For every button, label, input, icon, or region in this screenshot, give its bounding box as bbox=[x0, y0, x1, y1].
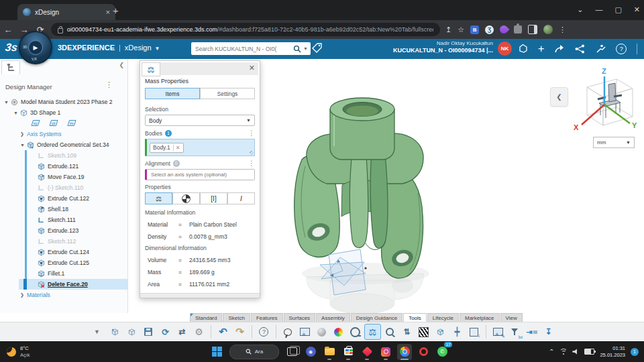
window-maximize-button[interactable]: ▢ bbox=[614, 5, 621, 14]
3ds-extension-icon[interactable]: Ʒ bbox=[485, 25, 494, 34]
mass-properties-scale-icon[interactable]: ⚖ bbox=[142, 62, 160, 76]
search-chevron-down-icon[interactable]: ▼ bbox=[303, 46, 308, 51]
dialog-drag-handle[interactable] bbox=[160, 62, 258, 75]
taskbar-app-chrome[interactable] bbox=[397, 344, 412, 360]
plane-zx-icon[interactable]: zx bbox=[67, 119, 76, 128]
save-icon[interactable] bbox=[141, 324, 156, 339]
box-resize-handle[interactable] bbox=[250, 151, 254, 155]
3ds-logo[interactable]: 3s bbox=[5, 42, 18, 54]
wifi-icon[interactable] bbox=[559, 349, 567, 355]
draft-analysis-icon[interactable]: ⇅ bbox=[399, 324, 415, 339]
tree-item[interactable]: Sketch.112 bbox=[0, 236, 127, 247]
tree-item[interactable]: ❯Materials bbox=[0, 290, 127, 300]
ribbon-tab-assembly[interactable]: Assembly bbox=[316, 313, 350, 322]
tab-close-icon[interactable]: × bbox=[106, 8, 110, 16]
taskbar-app-file-explorer[interactable] bbox=[322, 344, 337, 360]
tree-item[interactable]: ▼Ordered Geometrical Set.34 bbox=[0, 139, 127, 150]
tab-items[interactable]: Items bbox=[145, 88, 200, 99]
bodies-menu-kebab-icon[interactable]: ⋮ bbox=[248, 129, 255, 137]
ribbon-tab-features[interactable]: Features bbox=[251, 313, 283, 322]
taskbar-app-microsoft-store[interactable] bbox=[341, 344, 356, 360]
refresh-icon[interactable]: ⟳ bbox=[158, 324, 173, 339]
toggle-centroid-icon[interactable] bbox=[172, 192, 200, 204]
add-content-icon[interactable]: + bbox=[538, 43, 544, 55]
undo-icon[interactable]: ↶ bbox=[215, 324, 231, 339]
tree-expand-arrow-icon[interactable]: ▼ bbox=[4, 100, 11, 105]
battery-icon[interactable] bbox=[584, 349, 594, 355]
taskbar-app-opera[interactable] bbox=[416, 344, 431, 360]
ribbon-tab-view[interactable]: View bbox=[500, 313, 523, 322]
alignment-input-wrap[interactable] bbox=[145, 169, 255, 180]
selection-dropdown[interactable]: Body ▼ bbox=[145, 115, 255, 126]
browser-profile-avatar[interactable] bbox=[543, 25, 553, 34]
back-button[interactable]: ← bbox=[0, 25, 16, 35]
notifications-icon[interactable] bbox=[518, 44, 528, 54]
tree-plane-icons-row[interactable]: xyyzzx bbox=[0, 118, 127, 129]
tree-item[interactable]: Sketch.111 bbox=[0, 215, 127, 225]
tree-item[interactable]: Move Face.19 bbox=[0, 172, 127, 182]
taskbar-app-instagram[interactable] bbox=[378, 344, 393, 360]
tree-item[interactable]: (-) Sketch.110 bbox=[0, 182, 127, 193]
redo-icon[interactable]: ↷ bbox=[232, 324, 248, 339]
tree-panel-tab[interactable] bbox=[1, 60, 20, 74]
taskbar-app-whatsapp[interactable]: ✆17 bbox=[435, 344, 449, 360]
wall-thickness-icon[interactable]: ┿ bbox=[449, 324, 465, 339]
measure-icon[interactable] bbox=[347, 324, 363, 339]
alignment-menu-kebab-icon[interactable]: ⋮ bbox=[248, 160, 255, 167]
tab-settings[interactable]: Settings bbox=[200, 88, 255, 99]
open-part-icon[interactable] bbox=[124, 324, 140, 339]
tree-item[interactable]: ❯Axis Systems bbox=[0, 129, 127, 139]
material-sphere-icon[interactable] bbox=[314, 324, 329, 339]
app-name[interactable]: xDesign bbox=[125, 44, 152, 52]
export-icon[interactable]: ↧ bbox=[541, 324, 556, 339]
tree-item[interactable]: Extrude Cut.124 bbox=[0, 247, 127, 257]
bodies-list-box[interactable]: Body.1✕ bbox=[145, 139, 255, 156]
convert-icon[interactable] bbox=[433, 324, 448, 339]
window-close-button[interactable]: ✕ bbox=[634, 5, 640, 14]
ribbon-tab-standard[interactable]: Standard bbox=[190, 313, 222, 322]
volume-icon[interactable] bbox=[572, 349, 579, 355]
new-tab-button[interactable]: + bbox=[113, 5, 119, 15]
tree-item[interactable]: Extrude Cut.125 bbox=[0, 257, 127, 268]
batch-insert-icon[interactable] bbox=[466, 324, 482, 339]
mass-properties-icon[interactable]: ⚖ bbox=[364, 324, 381, 340]
side-panel-icon[interactable] bbox=[528, 25, 537, 34]
clock-widget[interactable]: 01:31 25.01.2023 bbox=[600, 345, 625, 359]
ribbon-tab-marketplace[interactable]: Marketplace bbox=[460, 313, 500, 322]
tree-item[interactable]: ▼3D Shape 1 bbox=[0, 107, 127, 118]
window-minimize-button[interactable]: — bbox=[595, 5, 602, 13]
search-icon[interactable] bbox=[293, 45, 301, 53]
toggle-mass-icon[interactable]: ⚖ bbox=[145, 192, 172, 204]
tag-icon[interactable] bbox=[311, 42, 323, 54]
dialog-resize-strip[interactable] bbox=[140, 293, 260, 298]
plane-xy-icon[interactable]: xy bbox=[31, 119, 40, 128]
3d-compass[interactable]: 3D ▶ V,R bbox=[19, 31, 52, 64]
dialog-close-icon[interactable]: ✕ bbox=[249, 64, 255, 72]
app-chevron-down-icon[interactable]: ▼ bbox=[155, 46, 160, 52]
weather-widget[interactable]: 8°C Açık bbox=[7, 345, 30, 359]
zebra-analysis-icon[interactable] bbox=[416, 324, 431, 339]
start-button[interactable] bbox=[209, 344, 224, 360]
tray-chevron-up-icon[interactable]: ⌃ bbox=[549, 348, 554, 355]
ribbon-tab-lifecycle[interactable]: Lifecycle bbox=[427, 313, 459, 322]
extensions-puzzle-icon[interactable] bbox=[514, 25, 522, 34]
manufacture-icon[interactable]: ⇥ bbox=[524, 324, 539, 339]
window-menu-chevron-icon[interactable]: ⌄ bbox=[577, 5, 583, 14]
collaboration-person-icon[interactable] bbox=[595, 44, 606, 54]
panel-collapse-left-button[interactable]: ❮ bbox=[550, 87, 568, 107]
toolbar-overflow-chevron-icon[interactable]: ▼ bbox=[94, 328, 100, 335]
data-exchange-icon[interactable]: ⇄ bbox=[174, 324, 190, 339]
global-search[interactable]: ▼ bbox=[191, 42, 311, 55]
toggle-inertia[interactable]: I bbox=[227, 192, 255, 204]
panel-menu-kebab-icon[interactable]: ⋮ bbox=[105, 80, 113, 89]
plane-yz-icon[interactable]: yz bbox=[49, 119, 58, 128]
taskbar-search[interactable]: Ara bbox=[229, 345, 279, 359]
taskbar-app-teams[interactable]: ◉ bbox=[303, 344, 318, 360]
ribbon-tab-surfaces[interactable]: Surfaces bbox=[284, 313, 316, 322]
tree-collapse-arrow-icon[interactable]: ❯ bbox=[20, 131, 27, 137]
body-chip[interactable]: Body.1✕ bbox=[150, 143, 184, 153]
feather-extension-icon[interactable] bbox=[498, 24, 510, 36]
bookmark-star-icon[interactable]: ☆ bbox=[458, 25, 464, 34]
share-icon[interactable]: ↥ bbox=[445, 25, 451, 34]
new-part-icon[interactable] bbox=[107, 324, 123, 339]
